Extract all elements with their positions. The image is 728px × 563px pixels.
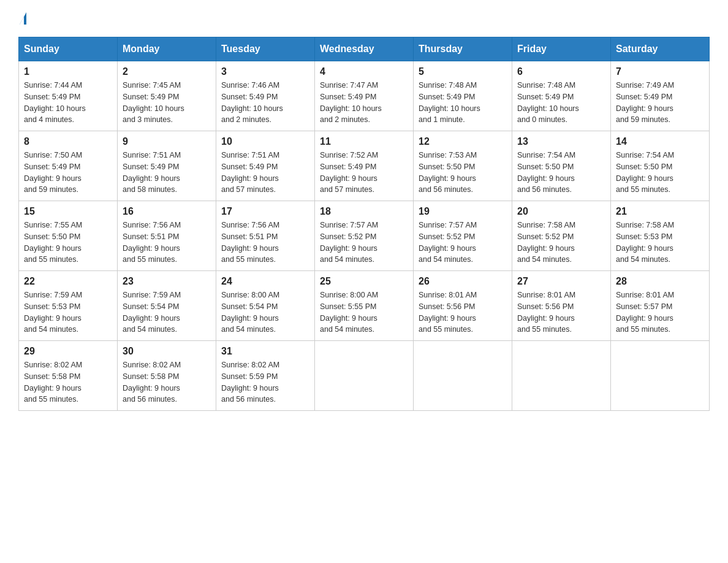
day-info: Sunrise: 8:02 AMSunset: 5:59 PMDaylight:… bbox=[221, 359, 309, 405]
day-number: 12 bbox=[419, 136, 507, 147]
day-number: 3 bbox=[221, 66, 309, 77]
calendar-cell: 5Sunrise: 7:48 AMSunset: 5:49 PMDaylight… bbox=[414, 61, 512, 131]
calendar-cell: 18Sunrise: 7:57 AMSunset: 5:52 PMDayligh… bbox=[315, 201, 414, 271]
weekday-header-row: SundayMondayTuesdayWednesdayThursdayFrid… bbox=[19, 37, 710, 61]
day-number: 4 bbox=[320, 66, 408, 77]
weekday-header-monday: Monday bbox=[118, 37, 216, 61]
calendar-cell: 27Sunrise: 8:01 AMSunset: 5:56 PMDayligh… bbox=[512, 271, 611, 341]
day-number: 5 bbox=[419, 66, 507, 77]
calendar-cell: 25Sunrise: 8:00 AMSunset: 5:55 PMDayligh… bbox=[315, 271, 414, 341]
weekday-header-thursday: Thursday bbox=[414, 37, 512, 61]
day-info: Sunrise: 8:02 AMSunset: 5:58 PMDaylight:… bbox=[123, 359, 211, 405]
day-info: Sunrise: 8:00 AMSunset: 5:55 PMDaylight:… bbox=[320, 289, 408, 335]
weekday-header-sunday: Sunday bbox=[19, 37, 118, 61]
calendar-cell bbox=[315, 341, 414, 411]
calendar-cell: 13Sunrise: 7:54 AMSunset: 5:50 PMDayligh… bbox=[512, 131, 611, 201]
calendar-cell: 2Sunrise: 7:45 AMSunset: 5:49 PMDaylight… bbox=[118, 61, 216, 131]
calendar-cell: 17Sunrise: 7:56 AMSunset: 5:51 PMDayligh… bbox=[216, 201, 315, 271]
day-info: Sunrise: 7:59 AMSunset: 5:54 PMDaylight:… bbox=[123, 289, 211, 335]
day-info: Sunrise: 7:55 AMSunset: 5:50 PMDaylight:… bbox=[24, 220, 112, 266]
calendar-cell: 24Sunrise: 8:00 AMSunset: 5:54 PMDayligh… bbox=[216, 271, 315, 341]
page-header bbox=[18, 12, 710, 25]
day-number: 18 bbox=[320, 206, 408, 217]
calendar-cell: 31Sunrise: 8:02 AMSunset: 5:59 PMDayligh… bbox=[216, 341, 315, 411]
day-info: Sunrise: 8:02 AMSunset: 5:58 PMDaylight:… bbox=[24, 359, 112, 405]
day-info: Sunrise: 7:56 AMSunset: 5:51 PMDaylight:… bbox=[221, 220, 309, 266]
calendar-table: SundayMondayTuesdayWednesdayThursdayFrid… bbox=[18, 37, 710, 411]
day-number: 21 bbox=[616, 206, 704, 217]
day-number: 20 bbox=[517, 206, 605, 217]
day-info: Sunrise: 8:00 AMSunset: 5:54 PMDaylight:… bbox=[221, 289, 309, 335]
calendar-week-row: 8Sunrise: 7:50 AMSunset: 5:49 PMDaylight… bbox=[19, 131, 710, 201]
day-info: Sunrise: 7:46 AMSunset: 5:49 PMDaylight:… bbox=[221, 80, 309, 126]
day-number: 9 bbox=[123, 136, 211, 147]
calendar-week-row: 29Sunrise: 8:02 AMSunset: 5:58 PMDayligh… bbox=[19, 341, 710, 411]
calendar-cell: 20Sunrise: 7:58 AMSunset: 5:52 PMDayligh… bbox=[512, 201, 611, 271]
calendar-cell: 6Sunrise: 7:48 AMSunset: 5:49 PMDaylight… bbox=[512, 61, 611, 131]
day-number: 29 bbox=[24, 346, 112, 357]
day-number: 24 bbox=[221, 276, 309, 287]
day-info: Sunrise: 7:45 AMSunset: 5:49 PMDaylight:… bbox=[123, 80, 211, 126]
calendar-cell: 1Sunrise: 7:44 AMSunset: 5:49 PMDaylight… bbox=[19, 61, 118, 131]
day-info: Sunrise: 7:51 AMSunset: 5:49 PMDaylight:… bbox=[221, 150, 309, 196]
day-info: Sunrise: 7:49 AMSunset: 5:49 PMDaylight:… bbox=[616, 80, 704, 126]
day-info: Sunrise: 7:58 AMSunset: 5:53 PMDaylight:… bbox=[616, 220, 704, 266]
day-info: Sunrise: 7:59 AMSunset: 5:53 PMDaylight:… bbox=[24, 289, 112, 335]
calendar-cell: 16Sunrise: 7:56 AMSunset: 5:51 PMDayligh… bbox=[118, 201, 216, 271]
day-number: 22 bbox=[24, 276, 112, 287]
calendar-cell: 28Sunrise: 8:01 AMSunset: 5:57 PMDayligh… bbox=[611, 271, 710, 341]
day-number: 10 bbox=[221, 136, 309, 147]
calendar-cell: 11Sunrise: 7:52 AMSunset: 5:49 PMDayligh… bbox=[315, 131, 414, 201]
day-info: Sunrise: 7:48 AMSunset: 5:49 PMDaylight:… bbox=[517, 80, 605, 126]
calendar-cell: 23Sunrise: 7:59 AMSunset: 5:54 PMDayligh… bbox=[118, 271, 216, 341]
day-number: 31 bbox=[221, 346, 309, 357]
day-info: Sunrise: 7:51 AMSunset: 5:49 PMDaylight:… bbox=[123, 150, 211, 196]
day-info: Sunrise: 7:52 AMSunset: 5:49 PMDaylight:… bbox=[320, 150, 408, 196]
day-info: Sunrise: 7:54 AMSunset: 5:50 PMDaylight:… bbox=[616, 150, 704, 196]
day-info: Sunrise: 8:01 AMSunset: 5:57 PMDaylight:… bbox=[616, 289, 704, 335]
day-number: 28 bbox=[616, 276, 704, 287]
day-number: 19 bbox=[419, 206, 507, 217]
calendar-cell: 3Sunrise: 7:46 AMSunset: 5:49 PMDaylight… bbox=[216, 61, 315, 131]
calendar-cell: 4Sunrise: 7:47 AMSunset: 5:49 PMDaylight… bbox=[315, 61, 414, 131]
calendar-cell: 22Sunrise: 7:59 AMSunset: 5:53 PMDayligh… bbox=[19, 271, 118, 341]
day-info: Sunrise: 7:47 AMSunset: 5:49 PMDaylight:… bbox=[320, 80, 408, 126]
calendar-week-row: 22Sunrise: 7:59 AMSunset: 5:53 PMDayligh… bbox=[19, 271, 710, 341]
calendar-cell bbox=[611, 341, 710, 411]
calendar-cell bbox=[512, 341, 611, 411]
day-number: 7 bbox=[616, 66, 704, 77]
weekday-header-friday: Friday bbox=[512, 37, 611, 61]
day-number: 17 bbox=[221, 206, 309, 217]
calendar-cell: 21Sunrise: 7:58 AMSunset: 5:53 PMDayligh… bbox=[611, 201, 710, 271]
day-info: Sunrise: 8:01 AMSunset: 5:56 PMDaylight:… bbox=[517, 289, 605, 335]
day-info: Sunrise: 7:57 AMSunset: 5:52 PMDaylight:… bbox=[320, 220, 408, 266]
calendar-cell bbox=[414, 341, 512, 411]
calendar-cell: 10Sunrise: 7:51 AMSunset: 5:49 PMDayligh… bbox=[216, 131, 315, 201]
day-number: 11 bbox=[320, 136, 408, 147]
day-info: Sunrise: 8:01 AMSunset: 5:56 PMDaylight:… bbox=[419, 289, 507, 335]
calendar-cell: 14Sunrise: 7:54 AMSunset: 5:50 PMDayligh… bbox=[611, 131, 710, 201]
day-number: 8 bbox=[24, 136, 112, 147]
logo bbox=[18, 12, 32, 25]
day-number: 2 bbox=[123, 66, 211, 77]
day-info: Sunrise: 7:53 AMSunset: 5:50 PMDaylight:… bbox=[419, 150, 507, 196]
day-info: Sunrise: 7:54 AMSunset: 5:50 PMDaylight:… bbox=[517, 150, 605, 196]
calendar-week-row: 1Sunrise: 7:44 AMSunset: 5:49 PMDaylight… bbox=[19, 61, 710, 131]
day-info: Sunrise: 7:50 AMSunset: 5:49 PMDaylight:… bbox=[24, 150, 112, 196]
day-number: 25 bbox=[320, 276, 408, 287]
weekday-header-tuesday: Tuesday bbox=[216, 37, 315, 61]
weekday-header-wednesday: Wednesday bbox=[315, 37, 414, 61]
calendar-week-row: 15Sunrise: 7:55 AMSunset: 5:50 PMDayligh… bbox=[19, 201, 710, 271]
calendar-cell: 7Sunrise: 7:49 AMSunset: 5:49 PMDaylight… bbox=[611, 61, 710, 131]
day-number: 1 bbox=[24, 66, 112, 77]
calendar-cell: 29Sunrise: 8:02 AMSunset: 5:58 PMDayligh… bbox=[19, 341, 118, 411]
day-info: Sunrise: 7:57 AMSunset: 5:52 PMDaylight:… bbox=[419, 220, 507, 266]
day-number: 16 bbox=[123, 206, 211, 217]
day-number: 26 bbox=[419, 276, 507, 287]
calendar-cell: 15Sunrise: 7:55 AMSunset: 5:50 PMDayligh… bbox=[19, 201, 118, 271]
day-info: Sunrise: 7:48 AMSunset: 5:49 PMDaylight:… bbox=[419, 80, 507, 126]
day-number: 14 bbox=[616, 136, 704, 147]
day-number: 30 bbox=[123, 346, 211, 357]
day-info: Sunrise: 7:56 AMSunset: 5:51 PMDaylight:… bbox=[123, 220, 211, 266]
logo-triangle-icon bbox=[20, 12, 32, 25]
